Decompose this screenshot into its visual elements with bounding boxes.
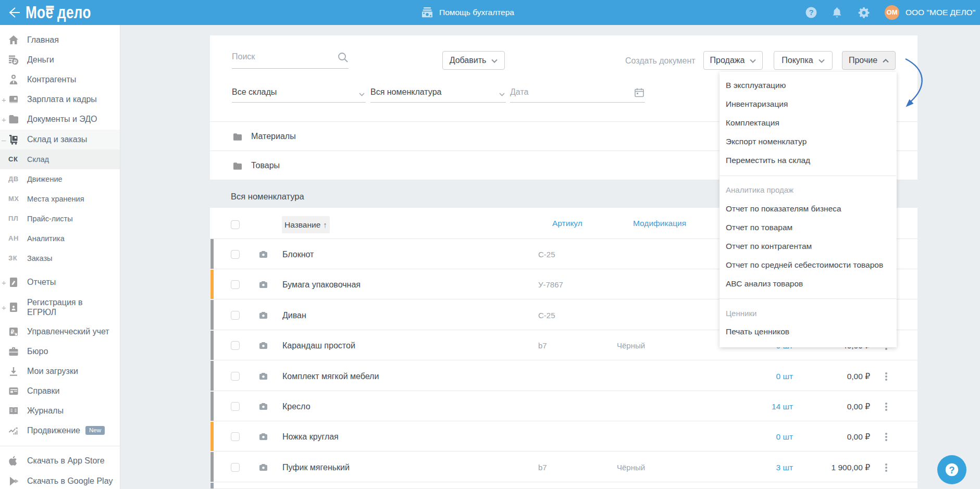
svg-text:₽: ₽ bbox=[11, 329, 15, 335]
svg-text:?: ? bbox=[949, 465, 955, 475]
svg-text:₽: ₽ bbox=[14, 59, 17, 65]
svg-text:?: ? bbox=[809, 8, 813, 17]
